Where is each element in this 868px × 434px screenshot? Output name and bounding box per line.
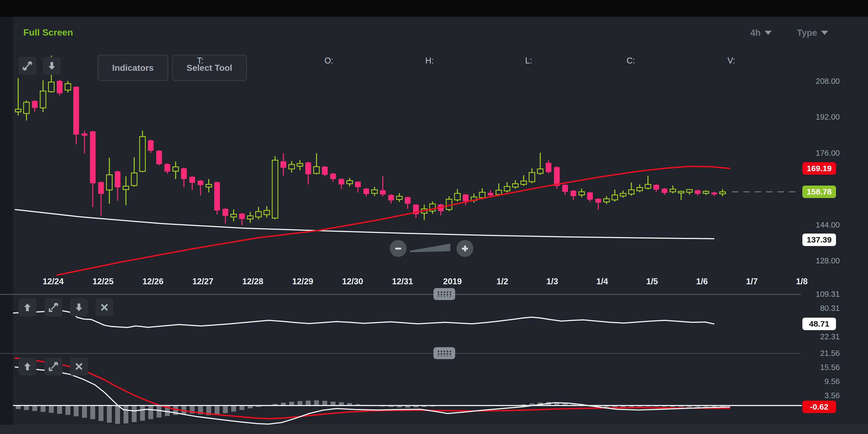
price-badge: 48.71 — [802, 318, 836, 330]
full-screen-link[interactable]: Full Screen — [23, 27, 73, 38]
date-axis-label: 12/24 — [34, 277, 72, 286]
osc-panel-move-down-button[interactable] — [70, 299, 88, 316]
interval-value: 4h — [750, 28, 761, 38]
date-axis-label: 1/6 — [683, 277, 721, 286]
left-edge-strip — [0, 17, 13, 434]
chart-type-dropdown[interactable]: Type — [797, 28, 828, 38]
plus-icon — [460, 244, 469, 253]
expand-icon — [22, 61, 33, 71]
chevron-down-icon — [765, 31, 772, 35]
expand-icon — [48, 361, 59, 372]
price-axis-label: 9.56 — [794, 377, 840, 386]
ohlc-time-label: T: — [197, 56, 204, 66]
macd-panel-close-button[interactable] — [70, 358, 88, 375]
close-icon — [100, 303, 109, 312]
price-badge: 169.19 — [802, 162, 836, 175]
osc-panel-move-up-button[interactable] — [19, 299, 36, 316]
ohlc-open-label: O: — [324, 56, 333, 66]
select-tool-button[interactable]: Select Tool — [172, 55, 247, 81]
indicators-button[interactable]: Indicators — [98, 55, 168, 81]
ohlc-close-label: C: — [627, 56, 635, 66]
price-axis-label: 144.00 — [794, 220, 840, 229]
panel-divider-1 — [0, 294, 801, 295]
date-axis-label: 12/27 — [184, 277, 222, 286]
price-badge: 158.78 — [802, 186, 836, 198]
price-axis-label: 128.00 — [794, 256, 840, 265]
trading-chart-app: Full Screen 4h Type Indicators Select To… — [0, 0, 868, 434]
osc-panel-close-button[interactable] — [95, 299, 113, 316]
arrow-up-icon — [23, 303, 32, 312]
arrow-up-icon — [23, 362, 32, 371]
price-axis-label: 109.31 — [794, 290, 840, 299]
date-axis-label: 1/8 — [783, 277, 821, 286]
date-axis-label: 12/31 — [383, 277, 422, 286]
top-black-bar — [0, 0, 868, 17]
date-axis-label: 1/2 — [484, 277, 521, 286]
macd-panel-expand-button[interactable] — [44, 358, 62, 375]
date-axis-label: 12/26 — [134, 277, 172, 286]
date-axis-label: 12/29 — [284, 277, 322, 286]
price-axis-label: 192.00 — [794, 113, 840, 122]
ohlc-high-label: H: — [425, 56, 434, 66]
price-badge: 137.39 — [802, 234, 836, 246]
chevron-down-icon — [821, 31, 828, 35]
expand-icon — [48, 302, 59, 312]
price-axis-label: 21.56 — [794, 349, 840, 358]
price-axis-label: 22.31 — [794, 332, 840, 341]
osc-panel-expand-button[interactable] — [44, 299, 62, 316]
arrow-down-icon — [74, 303, 84, 312]
panel-resize-handle-1[interactable] — [433, 288, 455, 300]
zoom-in-button[interactable] — [457, 240, 473, 257]
expand-chart-button[interactable] — [19, 57, 36, 75]
macd-panel-move-up-button[interactable] — [19, 358, 36, 375]
chart-type-label: Type — [797, 28, 817, 38]
date-axis-label: 12/25 — [84, 277, 122, 286]
close-icon — [74, 362, 83, 371]
date-axis-label: 1/4 — [583, 277, 621, 286]
ohlc-volume-label: V: — [727, 56, 735, 66]
date-axis-label: 1/7 — [733, 277, 771, 286]
date-axis-label: 12/28 — [234, 277, 272, 286]
interval-dropdown[interactable]: 4h — [750, 28, 772, 38]
price-axis-label: 176.00 — [794, 149, 840, 158]
price-axis-label: 3.56 — [794, 391, 840, 400]
minus-icon — [394, 244, 403, 253]
panel-divider-2 — [0, 353, 801, 354]
price-badge: -0.62 — [802, 401, 836, 413]
ohlc-low-label: L: — [525, 56, 532, 66]
bottom-strip — [0, 425, 868, 434]
date-axis-label: 12/30 — [334, 277, 372, 286]
arrow-down-icon — [47, 61, 57, 71]
price-axis-label: 15.56 — [794, 363, 840, 372]
move-panel-down-button[interactable] — [43, 57, 61, 75]
date-axis-label: 1/3 — [533, 277, 571, 286]
date-axis-label: 1/5 — [633, 277, 671, 286]
panel-resize-handle-2[interactable] — [433, 347, 455, 359]
price-axis-label: 80.31 — [794, 304, 840, 313]
zoom-out-button[interactable] — [390, 240, 407, 257]
date-axis-label: 2019 — [433, 277, 471, 286]
price-axis-label: 208.00 — [794, 77, 840, 86]
